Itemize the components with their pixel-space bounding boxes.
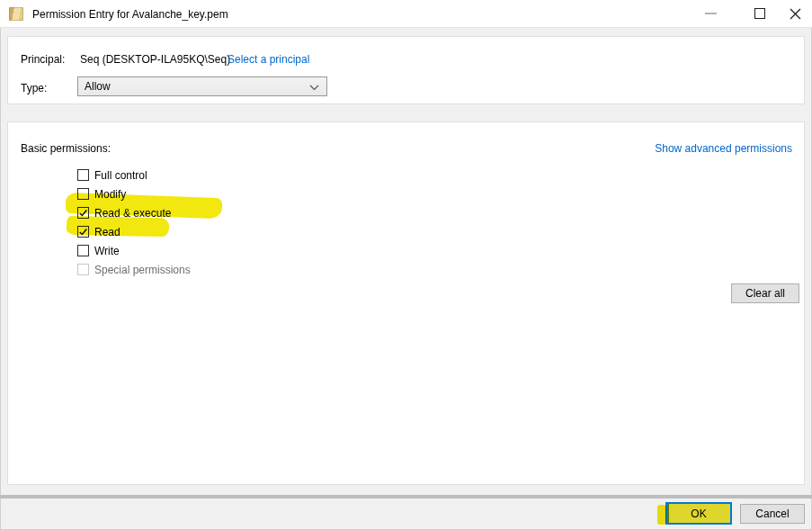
permission-entry-dialog: Permission Entry for Avalanche_key.pem P… — [0, 0, 812, 530]
modify-checkbox[interactable] — [77, 188, 89, 200]
read-execute-checkbox[interactable] — [77, 207, 89, 219]
window-title: Permission Entry for Avalanche_key.pem — [32, 8, 228, 21]
permission-file-icon — [9, 7, 23, 21]
permission-row-modify[interactable]: Modify — [77, 184, 191, 203]
footer-divider — [0, 495, 812, 499]
type-dropdown[interactable]: Allow — [77, 76, 327, 96]
cancel-button[interactable]: Cancel — [740, 504, 805, 524]
permission-label: Write — [94, 245, 120, 257]
maximize-icon — [754, 8, 765, 19]
permission-label: Modify — [94, 188, 126, 201]
checkmark-icon — [78, 226, 88, 238]
maximize-button[interactable] — [739, 0, 780, 27]
type-label: Type: — [21, 82, 47, 94]
permissions-panel: Basic permissions: Show advanced permiss… — [7, 121, 805, 485]
show-advanced-permissions-link[interactable]: Show advanced permissions — [655, 142, 792, 155]
close-icon — [790, 8, 801, 20]
permission-row-write[interactable]: Write — [77, 241, 191, 260]
permission-label: Special permissions — [94, 264, 191, 276]
basic-permissions-label: Basic permissions: — [21, 142, 111, 155]
title-bar: Permission Entry for Avalanche_key.pem — [0, 0, 812, 28]
full-control-checkbox[interactable] — [77, 169, 89, 181]
type-dropdown-value: Allow — [85, 80, 111, 93]
permission-row-special-permissions: Special permissions — [77, 260, 191, 279]
principal-label: Principal: — [21, 53, 65, 66]
checkmark-icon — [78, 207, 88, 219]
principal-value: Seq (DESKTOP-ILA95KQ\Seq) — [80, 53, 230, 66]
permission-row-read[interactable]: Read — [77, 222, 191, 241]
read-checkbox[interactable] — [77, 226, 89, 238]
principal-panel: Principal: Seq (DESKTOP-ILA95KQ\Seq) Sel… — [7, 36, 805, 104]
permission-list: Full control Modify Read & execute Read … — [77, 166, 191, 279]
clear-all-button[interactable]: Clear all — [731, 283, 799, 303]
minimize-icon — [705, 13, 717, 14]
close-button[interactable] — [775, 0, 812, 27]
permission-label: Read & execute — [94, 207, 171, 220]
chevron-down-icon — [309, 85, 319, 91]
minimize-button — [691, 0, 731, 27]
permission-label: Full control — [94, 169, 147, 182]
write-checkbox[interactable] — [77, 245, 89, 256]
ok-button[interactable]: OK — [665, 502, 732, 525]
permission-row-full-control[interactable]: Full control — [77, 166, 191, 184]
select-principal-link[interactable]: Select a principal — [228, 53, 309, 66]
permission-label: Read — [94, 226, 120, 238]
special-permissions-checkbox — [77, 264, 89, 275]
permission-row-read-execute[interactable]: Read & execute — [77, 203, 191, 222]
